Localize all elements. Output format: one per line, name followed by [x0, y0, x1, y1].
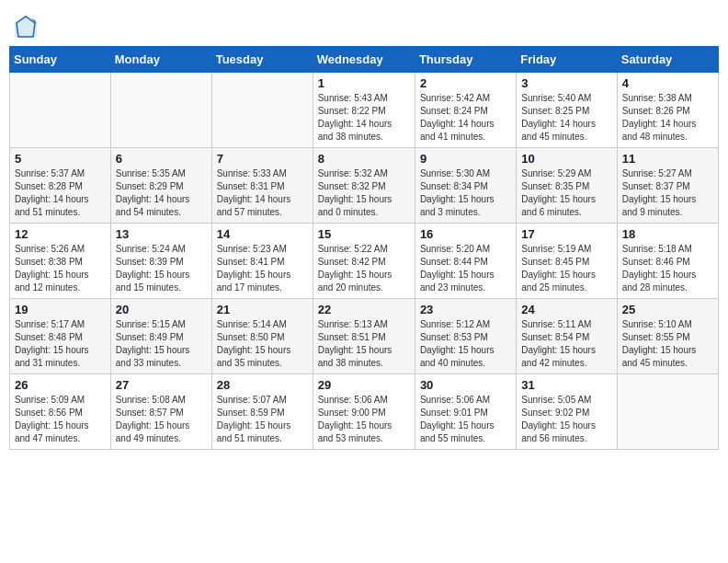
calendar-day-6: 6Sunrise: 5:35 AM Sunset: 8:29 PM Daylig…	[110, 148, 211, 224]
calendar-day-26: 26Sunrise: 5:09 AM Sunset: 8:56 PM Dayli…	[10, 374, 111, 450]
day-number: 5	[15, 152, 106, 166]
calendar-day-9: 9Sunrise: 5:30 AM Sunset: 8:34 PM Daylig…	[415, 148, 516, 224]
calendar-week-row: 19Sunrise: 5:17 AM Sunset: 8:48 PM Dayli…	[10, 299, 719, 374]
day-number: 11	[622, 152, 713, 166]
calendar-week-row: 5Sunrise: 5:37 AM Sunset: 8:28 PM Daylig…	[10, 148, 719, 224]
calendar-header-row: SundayMondayTuesdayWednesdayThursdayFrid…	[10, 47, 719, 73]
calendar-day-4: 4Sunrise: 5:38 AM Sunset: 8:26 PM Daylig…	[617, 73, 718, 148]
calendar-day-15: 15Sunrise: 5:22 AM Sunset: 8:42 PM Dayli…	[313, 224, 415, 299]
day-info: Sunrise: 5:17 AM Sunset: 8:48 PM Dayligh…	[15, 318, 106, 370]
calendar-day-21: 21Sunrise: 5:14 AM Sunset: 8:50 PM Dayli…	[211, 299, 313, 374]
day-info: Sunrise: 5:43 AM Sunset: 8:22 PM Dayligh…	[318, 92, 410, 144]
calendar-day-28: 28Sunrise: 5:07 AM Sunset: 8:59 PM Dayli…	[211, 374, 313, 450]
logo	[13, 13, 42, 39]
calendar-empty-cell	[110, 73, 211, 148]
calendar-day-24: 24Sunrise: 5:11 AM Sunset: 8:54 PM Dayli…	[517, 299, 617, 374]
calendar-day-27: 27Sunrise: 5:08 AM Sunset: 8:57 PM Dayli…	[110, 374, 211, 450]
calendar-day-20: 20Sunrise: 5:15 AM Sunset: 8:49 PM Dayli…	[110, 299, 211, 374]
calendar-header-tuesday: Tuesday	[211, 47, 313, 73]
calendar-week-row: 12Sunrise: 5:26 AM Sunset: 8:38 PM Dayli…	[10, 224, 719, 299]
calendar-table: SundayMondayTuesdayWednesdayThursdayFrid…	[9, 46, 719, 450]
day-info: Sunrise: 5:06 AM Sunset: 9:01 PM Dayligh…	[420, 394, 511, 445]
day-info: Sunrise: 5:23 AM Sunset: 8:41 PM Dayligh…	[217, 243, 308, 294]
day-info: Sunrise: 5:29 AM Sunset: 8:35 PM Dayligh…	[521, 167, 611, 219]
calendar-header-saturday: Saturday	[617, 47, 718, 73]
day-number: 21	[217, 303, 308, 316]
day-number: 30	[420, 378, 511, 392]
day-number: 1	[318, 76, 410, 90]
calendar-day-17: 17Sunrise: 5:19 AM Sunset: 8:45 PM Dayli…	[517, 224, 617, 299]
logo-icon	[13, 13, 39, 39]
calendar-header-wednesday: Wednesday	[313, 47, 415, 73]
day-info: Sunrise: 5:13 AM Sunset: 8:51 PM Dayligh…	[318, 318, 410, 370]
calendar-day-19: 19Sunrise: 5:17 AM Sunset: 8:48 PM Dayli…	[10, 299, 111, 374]
calendar-day-2: 2Sunrise: 5:42 AM Sunset: 8:24 PM Daylig…	[415, 73, 516, 148]
day-number: 2	[420, 76, 511, 90]
day-number: 4	[622, 76, 713, 90]
day-number: 6	[116, 152, 207, 166]
calendar-day-1: 1Sunrise: 5:43 AM Sunset: 8:22 PM Daylig…	[313, 73, 415, 148]
day-number: 3	[521, 76, 611, 90]
day-number: 23	[420, 303, 511, 316]
day-info: Sunrise: 5:20 AM Sunset: 8:44 PM Dayligh…	[420, 243, 511, 294]
calendar-day-16: 16Sunrise: 5:20 AM Sunset: 8:44 PM Dayli…	[415, 224, 516, 299]
calendar-header-sunday: Sunday	[10, 47, 111, 73]
day-number: 19	[15, 303, 106, 316]
day-info: Sunrise: 5:15 AM Sunset: 8:49 PM Dayligh…	[116, 318, 207, 370]
day-number: 31	[521, 378, 611, 392]
calendar-header-monday: Monday	[110, 47, 211, 73]
day-number: 22	[318, 303, 410, 316]
day-number: 17	[521, 227, 611, 241]
day-info: Sunrise: 5:24 AM Sunset: 8:39 PM Dayligh…	[116, 243, 207, 294]
calendar-day-10: 10Sunrise: 5:29 AM Sunset: 8:35 PM Dayli…	[517, 148, 617, 224]
calendar-day-12: 12Sunrise: 5:26 AM Sunset: 8:38 PM Dayli…	[10, 224, 111, 299]
day-number: 26	[15, 378, 106, 392]
day-number: 16	[420, 227, 511, 241]
calendar-day-18: 18Sunrise: 5:18 AM Sunset: 8:46 PM Dayli…	[617, 224, 718, 299]
calendar-day-31: 31Sunrise: 5:05 AM Sunset: 9:02 PM Dayli…	[517, 374, 617, 450]
day-info: Sunrise: 5:32 AM Sunset: 8:32 PM Dayligh…	[318, 167, 410, 219]
day-number: 29	[318, 378, 410, 392]
day-info: Sunrise: 5:35 AM Sunset: 8:29 PM Dayligh…	[116, 167, 207, 219]
day-info: Sunrise: 5:38 AM Sunset: 8:26 PM Dayligh…	[622, 92, 713, 144]
day-number: 9	[420, 152, 511, 166]
day-number: 28	[217, 378, 308, 392]
day-number: 8	[318, 152, 410, 166]
day-number: 25	[622, 303, 713, 316]
day-number: 7	[217, 152, 308, 166]
calendar-day-30: 30Sunrise: 5:06 AM Sunset: 9:01 PM Dayli…	[415, 374, 516, 450]
day-info: Sunrise: 5:11 AM Sunset: 8:54 PM Dayligh…	[521, 318, 611, 370]
calendar-day-25: 25Sunrise: 5:10 AM Sunset: 8:55 PM Dayli…	[617, 299, 718, 374]
calendar-day-5: 5Sunrise: 5:37 AM Sunset: 8:28 PM Daylig…	[10, 148, 111, 224]
calendar-empty-cell	[211, 73, 313, 148]
day-info: Sunrise: 5:09 AM Sunset: 8:56 PM Dayligh…	[15, 394, 106, 445]
calendar-week-row: 1Sunrise: 5:43 AM Sunset: 8:22 PM Daylig…	[10, 73, 719, 148]
calendar-day-29: 29Sunrise: 5:06 AM Sunset: 9:00 PM Dayli…	[313, 374, 415, 450]
calendar-empty-cell	[617, 374, 718, 450]
day-info: Sunrise: 5:08 AM Sunset: 8:57 PM Dayligh…	[116, 394, 207, 445]
calendar-header-thursday: Thursday	[415, 47, 516, 73]
calendar-day-23: 23Sunrise: 5:12 AM Sunset: 8:53 PM Dayli…	[415, 299, 516, 374]
day-number: 10	[521, 152, 611, 166]
day-number: 13	[116, 227, 207, 241]
day-info: Sunrise: 5:42 AM Sunset: 8:24 PM Dayligh…	[420, 92, 511, 144]
day-info: Sunrise: 5:10 AM Sunset: 8:55 PM Dayligh…	[622, 318, 713, 370]
day-info: Sunrise: 5:33 AM Sunset: 8:31 PM Dayligh…	[217, 167, 308, 219]
day-info: Sunrise: 5:27 AM Sunset: 8:37 PM Dayligh…	[622, 167, 713, 219]
day-info: Sunrise: 5:37 AM Sunset: 8:28 PM Dayligh…	[15, 167, 106, 219]
day-number: 15	[318, 227, 410, 241]
calendar-day-3: 3Sunrise: 5:40 AM Sunset: 8:25 PM Daylig…	[517, 73, 617, 148]
calendar-day-7: 7Sunrise: 5:33 AM Sunset: 8:31 PM Daylig…	[211, 148, 313, 224]
day-info: Sunrise: 5:26 AM Sunset: 8:38 PM Dayligh…	[15, 243, 106, 294]
day-info: Sunrise: 5:40 AM Sunset: 8:25 PM Dayligh…	[521, 92, 611, 144]
day-number: 24	[521, 303, 611, 316]
day-info: Sunrise: 5:07 AM Sunset: 8:59 PM Dayligh…	[217, 394, 308, 445]
day-number: 20	[116, 303, 207, 316]
day-number: 14	[217, 227, 308, 241]
day-info: Sunrise: 5:22 AM Sunset: 8:42 PM Dayligh…	[318, 243, 410, 294]
calendar-day-22: 22Sunrise: 5:13 AM Sunset: 8:51 PM Dayli…	[313, 299, 415, 374]
calendar-day-14: 14Sunrise: 5:23 AM Sunset: 8:41 PM Dayli…	[211, 224, 313, 299]
day-info: Sunrise: 5:06 AM Sunset: 9:00 PM Dayligh…	[318, 394, 410, 445]
page-header	[9, 9, 719, 39]
day-number: 27	[116, 378, 207, 392]
